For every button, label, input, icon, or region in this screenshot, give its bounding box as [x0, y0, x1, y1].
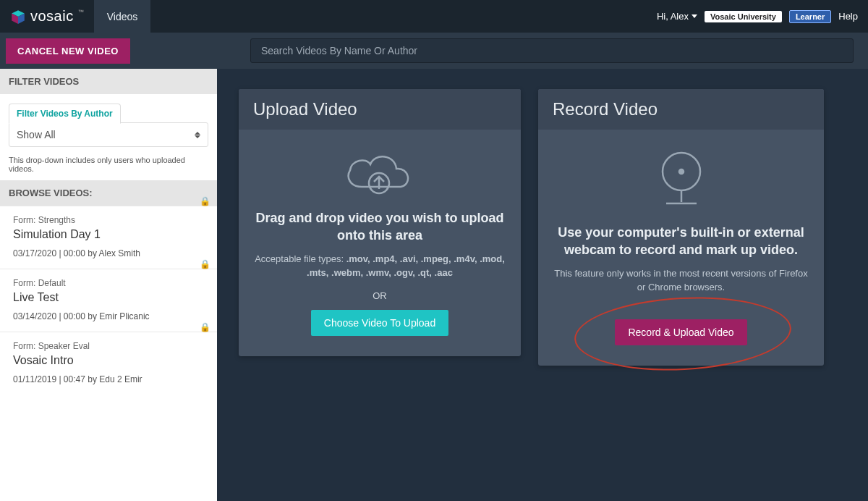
- filter-hint: This drop-down includes only users who u…: [0, 156, 217, 180]
- search-container: [250, 38, 854, 63]
- upload-card: Upload Video Drag and drop video you wis…: [239, 89, 521, 356]
- author-select[interactable]: Show All: [9, 122, 208, 147]
- university-badge[interactable]: Vosaic University: [705, 11, 782, 22]
- upload-or: OR: [253, 290, 506, 301]
- video-form: Form: Default: [13, 278, 204, 288]
- record-headline: Use your computer's built-in or external…: [553, 224, 809, 259]
- video-item[interactable]: 🔒 Form: Speaker Eval Vosaic Intro 01/11/…: [0, 332, 217, 395]
- upload-types-label: Acceptable file types:: [255, 253, 346, 264]
- author-select-value: Show All: [17, 129, 56, 140]
- lock-icon: 🔒: [200, 196, 210, 206]
- role-badge[interactable]: Learner: [789, 10, 831, 23]
- video-form: Form: Strengths: [13, 215, 204, 225]
- brand-text: vosaic: [30, 8, 74, 25]
- video-meta: 03/17/2020 | 00:00 by Alex Smith: [13, 248, 204, 258]
- video-form: Form: Speaker Eval: [13, 341, 204, 351]
- browse-heading: BROWSE VIDEOS:: [0, 180, 217, 206]
- help-link[interactable]: Help: [838, 11, 858, 22]
- user-greeting: Hi, Alex: [657, 11, 689, 22]
- record-upload-button[interactable]: Record & Upload Video: [615, 319, 746, 345]
- video-title: Live Test: [13, 291, 204, 304]
- brand[interactable]: vosaic ™: [0, 0, 94, 33]
- record-card-title: Record Video: [538, 89, 824, 130]
- video-title: Simulation Day 1: [13, 228, 204, 241]
- record-card-body: Use your computer's built-in or external…: [538, 130, 824, 366]
- topbar-right: Hi, Alex Vosaic University Learner Help: [657, 10, 868, 23]
- caret-down-icon: [692, 14, 697, 18]
- record-card: Record Video Use your computer's built-i…: [538, 89, 824, 366]
- choose-video-button[interactable]: Choose Video To Upload: [311, 310, 448, 336]
- tab-videos[interactable]: Videos: [94, 0, 151, 33]
- user-menu[interactable]: Hi, Alex: [657, 11, 697, 22]
- video-meta: 01/11/2019 | 00:47 by Edu 2 Emir: [13, 374, 204, 384]
- video-list: 🔒 Form: Strengths Simulation Day 1 03/17…: [0, 206, 217, 501]
- filter-tab-author[interactable]: Filter Videos By Author: [9, 104, 121, 124]
- top-bar: vosaic ™ Videos Hi, Alex Vosaic Universi…: [0, 0, 868, 33]
- filter-block: Filter Videos By Author Show All: [0, 94, 217, 156]
- select-arrows-icon: [195, 132, 200, 138]
- upload-filetypes: Acceptable file types: .mov, .mp4, .avi,…: [253, 252, 506, 280]
- search-input[interactable]: [250, 38, 854, 63]
- upload-headline: Drag and drop video you wish to upload o…: [253, 209, 506, 245]
- main-panel: Upload Video Drag and drop video you wis…: [217, 69, 868, 501]
- record-sub: This feature only works in the most rece…: [553, 266, 809, 295]
- webcam-icon: [649, 147, 714, 212]
- cancel-new-video-button[interactable]: CANCEL NEW VIDEO: [6, 38, 130, 64]
- video-item[interactable]: 🔒 Form: Default Live Test 03/14/2020 | 0…: [0, 269, 217, 332]
- video-item[interactable]: 🔒 Form: Strengths Simulation Day 1 03/17…: [0, 206, 217, 269]
- sidebar: FILTER VIDEOS Filter Videos By Author Sh…: [0, 69, 217, 501]
- upload-card-body[interactable]: Drag and drop video you wish to upload o…: [239, 130, 521, 356]
- brand-logo-icon: [10, 9, 26, 25]
- trademark-icon: ™: [78, 9, 84, 15]
- upload-card-title: Upload Video: [239, 89, 521, 130]
- lock-icon: 🔒: [200, 322, 210, 332]
- content-row: FILTER VIDEOS Filter Videos By Author Sh…: [0, 69, 868, 501]
- svg-point-6: [679, 169, 684, 174]
- action-bar: CANCEL NEW VIDEO: [0, 33, 868, 69]
- cloud-upload-icon: [340, 147, 420, 198]
- filter-heading: FILTER VIDEOS: [0, 69, 217, 94]
- lock-icon: 🔒: [200, 259, 210, 269]
- video-title: Vosaic Intro: [13, 354, 204, 367]
- video-meta: 03/14/2020 | 00:00 by Emir Plicanic: [13, 311, 204, 321]
